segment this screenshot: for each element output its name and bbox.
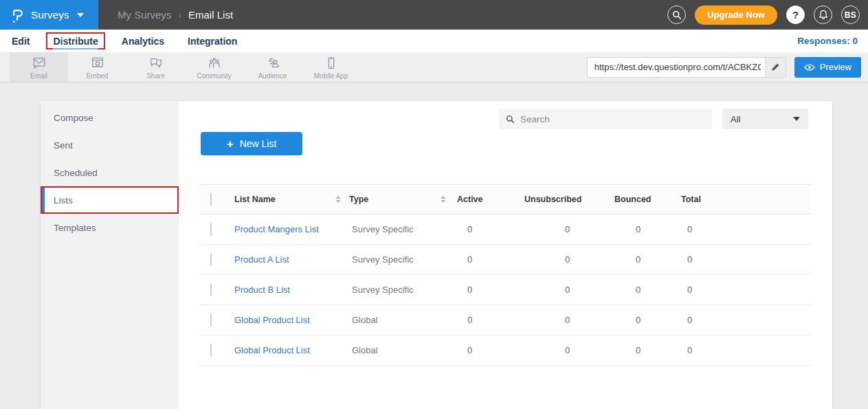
- list-name-link[interactable]: Product A List: [233, 254, 348, 265]
- row-checkbox[interactable]: [210, 344, 212, 357]
- row-checkbox[interactable]: [210, 223, 212, 236]
- channel-tab-email-label: Email: [30, 72, 47, 80]
- table-row: Product A List Survey Specific 0 0 0 0: [200, 245, 811, 275]
- tab-analytics[interactable]: Analytics: [120, 34, 166, 48]
- preview-button[interactable]: Preview: [794, 57, 861, 78]
- channel-tab-community-label: Community: [197, 72, 232, 80]
- active-count: 0: [453, 345, 520, 355]
- list-filter-dropdown[interactable]: All: [722, 109, 808, 129]
- lists-main-area: All + New List List Name Type: [179, 101, 832, 409]
- breadcrumb-my-surveys[interactable]: My Surveys: [118, 9, 171, 21]
- column-header-type[interactable]: Type: [349, 195, 368, 204]
- embed-icon: [90, 56, 105, 70]
- list-type: Survey Specific: [348, 224, 453, 234]
- share-icon: [148, 56, 164, 70]
- select-all-checkbox[interactable]: [210, 192, 212, 206]
- page-title: Email List: [188, 9, 233, 21]
- bounced-count: 0: [610, 285, 677, 295]
- responses-count[interactable]: Responses: 0: [797, 36, 858, 46]
- avatar: BS: [845, 10, 856, 20]
- product-menu-label: Surveys: [31, 9, 69, 21]
- sidebar-item-compose[interactable]: Compose: [41, 104, 179, 131]
- table-row: Global Product List Global 0 0 0 0: [200, 335, 811, 366]
- active-count: 0: [453, 285, 520, 295]
- column-header-total: Total: [677, 195, 811, 204]
- distribute-channel-strip: Email Embed Share Community Audience Mob…: [0, 52, 868, 82]
- search-input[interactable]: [520, 114, 705, 124]
- new-list-button-label: New List: [240, 138, 277, 149]
- chevron-down-icon: [77, 13, 84, 17]
- preview-button-label: Preview: [820, 62, 852, 72]
- sidebar-item-lists[interactable]: Lists: [41, 186, 179, 214]
- row-checkbox[interactable]: [210, 283, 212, 296]
- tab-edit[interactable]: Edit: [10, 34, 31, 48]
- sidebar-item-templates[interactable]: Templates: [41, 214, 179, 241]
- topbar-actions: Upgrade Now ? BS: [667, 5, 868, 25]
- chevron-down-icon: [793, 117, 800, 121]
- mobile-app-icon: [324, 56, 339, 70]
- active-count: 0: [453, 254, 520, 265]
- list-search-box: [499, 109, 712, 129]
- tab-distribute[interactable]: Distribute: [46, 32, 104, 49]
- channel-tab-share[interactable]: Share: [126, 52, 185, 82]
- channel-tab-community[interactable]: Community: [185, 52, 243, 82]
- column-header-unsubscribed: Unsubscribed: [520, 195, 610, 204]
- account-menu-button[interactable]: BS: [841, 5, 860, 24]
- survey-url-box: [587, 57, 786, 78]
- channel-tab-embed[interactable]: Embed: [68, 52, 126, 82]
- breadcrumb-separator: ›: [178, 10, 181, 21]
- channel-tab-embed-label: Embed: [87, 72, 109, 80]
- list-type: Survey Specific: [348, 285, 453, 295]
- column-header-list-name[interactable]: List Name: [234, 195, 276, 204]
- active-count: 0: [453, 315, 520, 325]
- upgrade-now-button[interactable]: Upgrade Now: [695, 5, 777, 25]
- bounced-count: 0: [610, 254, 677, 265]
- search-button[interactable]: [667, 5, 686, 24]
- question-mark-icon: ?: [792, 9, 799, 21]
- row-checkbox[interactable]: [210, 253, 212, 266]
- row-checkbox[interactable]: [210, 313, 212, 327]
- unsubscribed-count: 0: [520, 285, 610, 295]
- channel-tab-audience[interactable]: Audience: [243, 52, 302, 82]
- list-name-link[interactable]: Product B List: [233, 285, 348, 295]
- sidebar-item-scheduled[interactable]: Scheduled: [41, 159, 179, 186]
- bell-icon: [819, 10, 828, 20]
- survey-url-input[interactable]: [588, 62, 765, 72]
- channel-tab-email[interactable]: Email: [10, 52, 68, 82]
- edit-url-button[interactable]: [765, 58, 786, 77]
- column-header-bounced: Bounced: [610, 195, 677, 204]
- product-menu[interactable]: Surveys: [0, 0, 98, 30]
- list-name-link[interactable]: Global Product List: [233, 315, 348, 325]
- sidebar-item-sent[interactable]: Sent: [41, 131, 179, 159]
- total-count: 0: [677, 345, 811, 355]
- survey-link-area: Preview: [587, 52, 868, 82]
- table-row: Product Mangers List Survey Specific 0 0…: [200, 214, 811, 245]
- unsubscribed-count: 0: [520, 345, 610, 355]
- total-count: 0: [677, 315, 811, 325]
- community-icon: [207, 56, 222, 70]
- bounced-count: 0: [610, 224, 677, 234]
- channel-tab-mobile-app[interactable]: Mobile App: [302, 52, 360, 82]
- tab-distribute-label: Distribute: [53, 36, 98, 49]
- bounced-count: 0: [610, 345, 677, 355]
- search-icon: [506, 115, 515, 124]
- new-list-button[interactable]: + New List: [201, 132, 302, 155]
- email-sidebar: Compose Sent Scheduled Lists Templates: [41, 101, 179, 409]
- active-count: 0: [453, 224, 520, 234]
- channel-tab-mobile-app-label: Mobile App: [314, 72, 348, 80]
- table-row: Product B List Survey Specific 0 0 0 0: [200, 275, 811, 305]
- bounced-count: 0: [610, 315, 677, 325]
- sort-icon[interactable]: [335, 196, 341, 203]
- survey-nav-tabs: Edit Distribute Analytics Integration Re…: [0, 30, 868, 52]
- help-button[interactable]: ?: [786, 5, 805, 24]
- sort-icon[interactable]: [441, 196, 446, 203]
- list-name-link[interactable]: Global Product List: [233, 345, 348, 355]
- channel-tab-audience-label: Audience: [258, 72, 287, 80]
- plus-icon: +: [227, 138, 234, 150]
- column-header-active: Active: [453, 195, 520, 204]
- tab-integration[interactable]: Integration: [186, 34, 238, 48]
- notifications-button[interactable]: [814, 5, 832, 24]
- email-icon: [32, 56, 47, 70]
- table-row: Global Product List Global 0 0 0 0: [200, 305, 811, 335]
- list-name-link[interactable]: Product Mangers List: [233, 224, 348, 234]
